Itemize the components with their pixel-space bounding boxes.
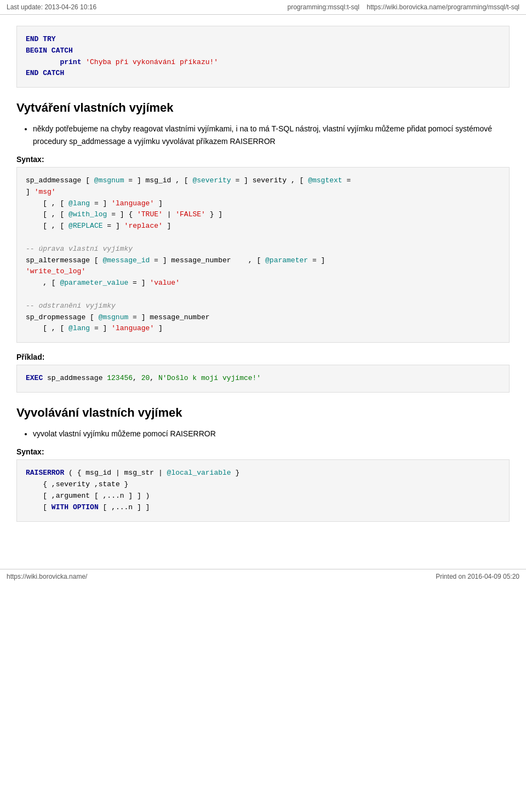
code-block-raiserror: RAISERROR ( { msg_id | msg_str | @local_… bbox=[16, 459, 510, 521]
syntax-label-2: Syntax: bbox=[16, 447, 510, 456]
syntax-label-1: Syntax: bbox=[16, 155, 510, 164]
footer-printed: Printed on 2016-04-09 05:20 bbox=[436, 573, 519, 580]
page-footer: https://wiki.borovicka.name/ Printed on … bbox=[0, 569, 526, 584]
page-content: END TRY BEGIN CATCH print 'Chyba při vyk… bbox=[0, 15, 526, 552]
code-block-sp-addmessage: sp_addmessage [ @msgnum = ] msg_id , [ @… bbox=[16, 167, 510, 343]
last-update: Last update: 2013-04-26 10:16 bbox=[7, 3, 96, 11]
vyvolavani-heading: Vyvolávání vlastních vyjímek bbox=[16, 406, 510, 420]
vyvolavani-list: vyvolat vlastní vyjímku můžeme pomocí RA… bbox=[33, 428, 510, 440]
page-header: Last update: 2013-04-26 10:16 programmin… bbox=[0, 0, 526, 15]
code-block-exec-example: EXEC sp_addmessage 123456, 20, N'Došlo k… bbox=[16, 365, 510, 393]
example-label: Příklad: bbox=[16, 353, 510, 361]
breadcrumb-url: programming:mssql:t-sql https://wiki.bor… bbox=[288, 3, 519, 11]
code-block-try-catch: END TRY BEGIN CATCH print 'Chyba při vyk… bbox=[16, 26, 510, 88]
vytvareni-heading: Vytváření vlastních vyjímek bbox=[16, 101, 510, 115]
vytvareni-list: někdy potřebujeme na chyby reagovat vlas… bbox=[33, 123, 510, 147]
vytvareni-bullet: někdy potřebujeme na chyby reagovat vlas… bbox=[33, 123, 510, 147]
vyvolavani-bullet: vyvolat vlastní vyjímku můžeme pomocí RA… bbox=[33, 428, 510, 440]
footer-site: https://wiki.borovicka.name/ bbox=[7, 573, 87, 580]
